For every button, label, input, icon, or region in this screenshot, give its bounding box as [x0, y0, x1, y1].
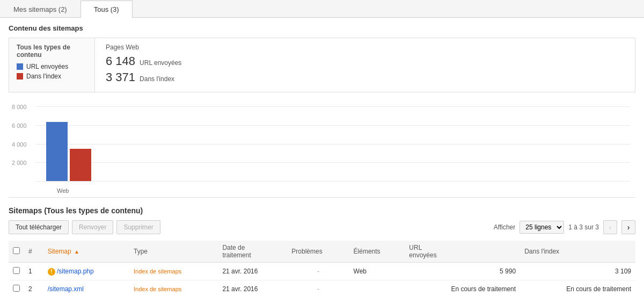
- legend-panel: Tous les types de contenu URL envoyées D…: [9, 38, 95, 92]
- contenu-section-title: Contenu des sitemaps: [9, 24, 635, 32]
- bar-x-label: Web: [57, 187, 69, 194]
- legend-url-label: URL envoyées: [26, 63, 68, 70]
- stat-url-number: 6 148: [106, 54, 135, 68]
- stat-url-label: URL envoyées: [140, 59, 181, 67]
- lines-select[interactable]: 25 lignes: [519, 221, 564, 234]
- tab-tous[interactable]: Tous (3): [80, 1, 133, 18]
- table-row: 2/sitemap.xmlIndex de sitemaps21 avr. 20…: [9, 280, 635, 297]
- bar-group-web: [46, 122, 91, 181]
- resend-button[interactable]: Renvoyer: [72, 220, 113, 234]
- grid-label-6000: 6 000: [12, 122, 27, 129]
- header-url-sent: URLenvoyées: [405, 241, 520, 263]
- stats-panel: Pages Web 6 148 URL envoyées 3 371 Dans …: [95, 38, 192, 92]
- row-checkbox[interactable]: [13, 267, 20, 274]
- header-problems: Problèmes: [287, 241, 349, 263]
- prev-page-button[interactable]: ‹: [603, 220, 617, 234]
- warning-icon: !: [48, 268, 55, 276]
- tab-bar: Mes sitemaps (2) Tous (3): [0, 0, 644, 18]
- row-date: 21 avr. 2016: [218, 280, 287, 297]
- header-date: Date detraitement: [218, 241, 287, 263]
- row-sitemap: ! /sitemap.php: [43, 263, 129, 280]
- legend-title: Tous les types de contenu: [17, 44, 87, 59]
- row-elements: [349, 280, 405, 297]
- table-body: 1! /sitemap.phpIndex de sitemaps21 avr. …: [9, 263, 635, 297]
- header-num: #: [24, 241, 43, 263]
- table-header: # Sitemap ▲ Type Date detraitement Probl…: [9, 241, 635, 263]
- header-elements: Éléments: [349, 241, 405, 263]
- header-in-index: Dans l'index: [520, 241, 635, 263]
- row-in-index: En cours de traitement: [520, 280, 635, 297]
- stat-index-row: 3 371 Dans l'index: [106, 70, 181, 84]
- sitemaps-table: # Sitemap ▲ Type Date detraitement Probl…: [9, 241, 635, 296]
- header-checkbox: [9, 241, 24, 263]
- row-num: 1: [24, 263, 43, 280]
- bars-container: [35, 106, 630, 181]
- grid-label-2000: 2 000: [12, 160, 27, 166]
- chart-area: 8 000 6 000 4 000 2 000 Web: [9, 101, 635, 198]
- stat-index-label: Dans l'index: [140, 75, 174, 83]
- row-url-sent: En cours de traitement: [405, 280, 520, 297]
- legend-item-url: URL envoyées: [17, 63, 87, 70]
- row-elements: Web: [349, 263, 405, 280]
- row-checkbox[interactable]: [13, 285, 20, 292]
- row-problems: -: [287, 263, 349, 280]
- tab-mes-sitemaps[interactable]: Mes sitemaps (2): [0, 1, 80, 18]
- pagination-text: 1 à 3 sur 3: [568, 223, 599, 231]
- content-block: Tous les types de contenu URL envoyées D…: [9, 38, 635, 92]
- grid-label-8000: 8 000: [12, 104, 27, 110]
- afficher-label: Afficher: [494, 223, 515, 231]
- row-type: Index de sitemaps: [129, 263, 218, 280]
- legend-blue-icon: [17, 63, 23, 70]
- download-button[interactable]: Tout télécharger: [9, 220, 69, 234]
- legend-red-icon: [17, 73, 23, 80]
- sitemap-link[interactable]: /sitemap.xml: [48, 285, 84, 293]
- row-date: 21 avr. 2016: [218, 263, 287, 280]
- main-content: Contenu des sitemaps Tous les types de c…: [0, 18, 644, 296]
- bar-red: [70, 149, 91, 181]
- header-sitemap[interactable]: Sitemap ▲: [43, 241, 129, 263]
- row-url-sent: 5 990: [405, 263, 520, 280]
- row-problems: -: [287, 280, 349, 297]
- legend-index-label: Dans l'index: [26, 73, 61, 80]
- toolbar: Tout télécharger Renvoyer Supprimer Affi…: [9, 220, 635, 234]
- grid-line-0: [35, 181, 630, 182]
- stats-type-title: Pages Web: [106, 44, 181, 51]
- row-in-index: 3 109: [520, 263, 635, 280]
- next-page-button[interactable]: ›: [621, 220, 635, 234]
- header-type: Type: [129, 241, 218, 263]
- legend-item-index: Dans l'index: [17, 73, 87, 80]
- sitemap-link[interactable]: /sitemap.php: [57, 268, 94, 275]
- table-row: 1! /sitemap.phpIndex de sitemaps21 avr. …: [9, 263, 635, 280]
- sort-arrow-icon: ▲: [74, 249, 79, 255]
- row-num: 2: [24, 280, 43, 297]
- grid-label-4000: 4 000: [12, 141, 27, 148]
- stat-index-number: 3 371: [106, 70, 135, 84]
- row-type: Index de sitemaps: [129, 280, 218, 297]
- row-sitemap: /sitemap.xml: [43, 280, 129, 297]
- select-all-checkbox[interactable]: [13, 247, 20, 254]
- sitemaps-section-title: Sitemaps (Tous les types de contenu): [9, 206, 635, 215]
- toolbar-right: Afficher 25 lignes 1 à 3 sur 3 ‹ ›: [494, 220, 635, 234]
- stat-url-row: 6 148 URL envoyées: [106, 54, 181, 68]
- bar-blue: [46, 122, 68, 181]
- delete-button[interactable]: Supprimer: [116, 220, 160, 234]
